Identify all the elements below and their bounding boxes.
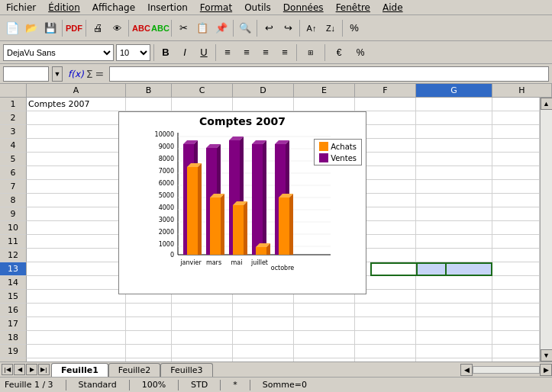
cell-e18[interactable] bbox=[294, 331, 355, 345]
cell-h4[interactable] bbox=[492, 139, 540, 153]
cell-c19[interactable] bbox=[172, 345, 233, 358]
cell-g17[interactable] bbox=[416, 317, 492, 331]
save-button[interactable]: 💾 bbox=[41, 19, 60, 37]
cell-a20[interactable] bbox=[27, 358, 126, 361]
sort-desc-button[interactable]: Z↓ bbox=[321, 19, 340, 37]
cell-h2[interactable] bbox=[492, 111, 540, 125]
col-header-a[interactable]: A bbox=[27, 84, 126, 97]
cell-h3[interactable] bbox=[492, 125, 540, 139]
col-header-e[interactable]: E bbox=[294, 84, 355, 97]
percent-button[interactable]: % bbox=[345, 19, 363, 37]
percent2-button[interactable]: % bbox=[352, 44, 369, 61]
scroll-up-button[interactable]: ▲ bbox=[541, 98, 553, 110]
cell-h19[interactable] bbox=[492, 345, 540, 358]
menu-edition[interactable]: Édition bbox=[45, 2, 83, 14]
tab-last-button[interactable]: ▶| bbox=[38, 364, 50, 375]
open-button[interactable]: 📂 bbox=[22, 19, 40, 37]
cell-a15[interactable] bbox=[27, 290, 126, 304]
cell-d19[interactable] bbox=[233, 345, 294, 358]
menu-aide[interactable]: Aide bbox=[379, 2, 406, 14]
cell-d20[interactable] bbox=[233, 358, 294, 361]
col-header-b[interactable]: B bbox=[126, 84, 172, 97]
menu-affichage[interactable]: Affichage bbox=[89, 2, 138, 14]
cell-g7[interactable] bbox=[416, 180, 492, 194]
cell-b17[interactable] bbox=[126, 317, 172, 331]
menu-fichier[interactable]: Fichier bbox=[3, 2, 39, 14]
cell-g18[interactable] bbox=[416, 331, 492, 345]
cell-a4[interactable] bbox=[27, 139, 126, 153]
cell-h6[interactable] bbox=[492, 166, 540, 180]
cell-g11[interactable] bbox=[416, 235, 492, 249]
cell-a1[interactable]: Comptes 2007 bbox=[27, 98, 126, 111]
cell-h18[interactable] bbox=[492, 331, 540, 345]
cell-c17[interactable] bbox=[172, 317, 233, 331]
cell-a8[interactable] bbox=[27, 194, 126, 207]
cell-c18[interactable] bbox=[172, 331, 233, 345]
cell-a14[interactable] bbox=[27, 276, 126, 290]
tab-prev-button[interactable]: ◀ bbox=[14, 364, 25, 375]
sort-asc-button[interactable]: A↑ bbox=[302, 19, 321, 37]
cell-a13[interactable] bbox=[27, 262, 126, 276]
cell-h16[interactable] bbox=[492, 304, 540, 317]
merge-button[interactable]: ⊞ bbox=[300, 44, 321, 61]
cell-g13[interactable] bbox=[416, 262, 492, 276]
cell-b16[interactable] bbox=[126, 304, 172, 317]
redo-button[interactable]: ↪ bbox=[279, 19, 297, 37]
sheet-tab-feuille2[interactable]: Feuille2 bbox=[108, 363, 160, 377]
print-button[interactable]: 🖨 bbox=[89, 19, 107, 37]
cell-f18[interactable] bbox=[355, 331, 416, 345]
scroll-right-button[interactable]: ▶ bbox=[540, 364, 552, 376]
cell-f17[interactable] bbox=[355, 317, 416, 331]
cell-h13[interactable] bbox=[492, 262, 540, 276]
cell-h10[interactable] bbox=[492, 221, 540, 235]
font-size-selector[interactable]: 10 bbox=[116, 44, 150, 61]
menu-insertion[interactable]: Insertion bbox=[144, 2, 191, 14]
cell-g20[interactable] bbox=[416, 358, 492, 361]
cell-a16[interactable] bbox=[27, 304, 126, 317]
cell-e17[interactable] bbox=[294, 317, 355, 331]
cell-h20[interactable] bbox=[492, 358, 540, 361]
cell-h11[interactable] bbox=[492, 235, 540, 249]
cell-a11[interactable] bbox=[27, 235, 126, 249]
pdf-button[interactable]: PDF bbox=[65, 19, 83, 37]
cell-g9[interactable] bbox=[416, 207, 492, 221]
paste-button[interactable]: 📌 bbox=[212, 19, 231, 37]
cell-a12[interactable] bbox=[27, 249, 126, 262]
cell-a3[interactable] bbox=[27, 125, 126, 139]
align-center-button[interactable]: ≡ bbox=[238, 44, 255, 61]
cell-b18[interactable] bbox=[126, 331, 172, 345]
bold-button[interactable]: B bbox=[157, 44, 174, 61]
cell-g6[interactable] bbox=[416, 166, 492, 180]
cell-g15[interactable] bbox=[416, 290, 492, 304]
right-scrollbar[interactable]: ▲ ▼ bbox=[540, 98, 552, 361]
cell-h17[interactable] bbox=[492, 317, 540, 331]
menu-outils[interactable]: Outils bbox=[241, 2, 274, 14]
cell-a18[interactable] bbox=[27, 331, 126, 345]
cell-g8[interactable] bbox=[416, 194, 492, 207]
cell-c1[interactable] bbox=[172, 98, 233, 111]
cell-c20[interactable] bbox=[172, 358, 233, 361]
cell-d16[interactable] bbox=[233, 304, 294, 317]
cell-d18[interactable] bbox=[233, 331, 294, 345]
cell-g2[interactable] bbox=[416, 111, 492, 125]
cell-h7[interactable] bbox=[492, 180, 540, 194]
cell-g16[interactable] bbox=[416, 304, 492, 317]
col-header-c[interactable]: C bbox=[172, 84, 233, 97]
sheet-tab-feuille1[interactable]: Feuille1 bbox=[51, 363, 108, 377]
cell-h14[interactable] bbox=[492, 276, 540, 290]
cell-d1[interactable] bbox=[233, 98, 294, 111]
col-header-f[interactable]: F bbox=[355, 84, 416, 97]
cell-g3[interactable] bbox=[416, 125, 492, 139]
new-button[interactable]: 📄 bbox=[3, 19, 21, 37]
menu-donnees[interactable]: Données bbox=[280, 2, 327, 14]
col-header-h[interactable]: H bbox=[492, 84, 552, 97]
find-button[interactable]: 🔍 bbox=[236, 19, 254, 37]
scroll-left-button[interactable]: ◀ bbox=[460, 364, 473, 376]
cut-button[interactable]: ✂ bbox=[174, 19, 192, 37]
cell-a7[interactable] bbox=[27, 180, 126, 194]
underline-button[interactable]: U bbox=[195, 44, 212, 61]
spellcheck-button[interactable]: ABC bbox=[131, 19, 150, 37]
cell-e16[interactable] bbox=[294, 304, 355, 317]
cell-f20[interactable] bbox=[355, 358, 416, 361]
chart-area[interactable]: Comptes 2007 10000 9000 8000 7000 6000 5… bbox=[118, 111, 366, 294]
